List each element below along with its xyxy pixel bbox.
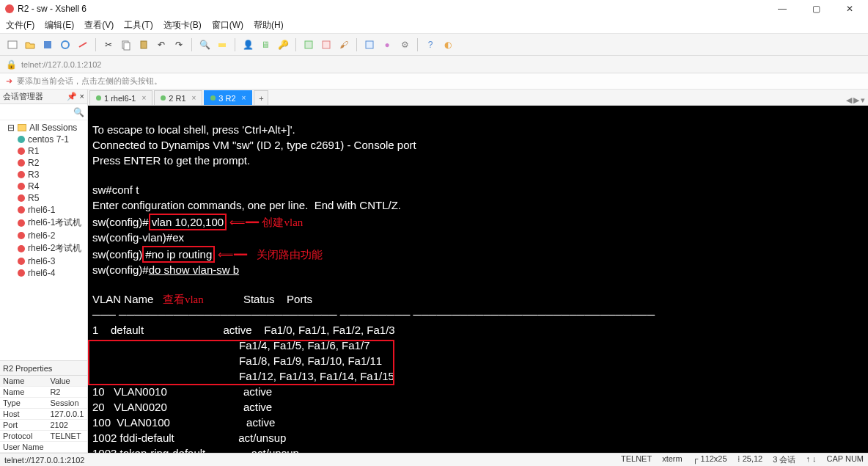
toolbar-separator	[295, 38, 296, 51]
session-item[interactable]: rhel6-4	[3, 267, 84, 279]
tab-close-icon[interactable]: ×	[141, 94, 146, 102]
collapse-icon[interactable]: ⊟	[7, 123, 15, 133]
connect-icon[interactable]	[76, 38, 89, 51]
session-label: rhel6-2考试机	[28, 242, 81, 255]
prop-name: User Name	[0, 442, 47, 453]
session-item[interactable]: R5	[3, 192, 84, 204]
tab-add[interactable]: +	[254, 90, 268, 105]
terminal[interactable]: To escape to local shell, press 'Ctrl+Al…	[88, 106, 868, 453]
tab-next-icon[interactable]: ▶	[853, 95, 859, 105]
menu-tools[interactable]: 工具(T)	[124, 19, 152, 32]
menu-view[interactable]: 查看(V)	[84, 19, 114, 32]
session-status-icon	[18, 258, 25, 265]
redo-icon[interactable]: ↷	[172, 38, 185, 51]
session-label: rhel6-4	[28, 268, 55, 278]
menu-help[interactable]: 帮助(H)	[254, 19, 284, 32]
tab-label: 2 R1	[169, 94, 185, 103]
menu-file[interactable]: 文件(F)	[6, 19, 34, 32]
tab[interactable]: 2 R1×	[154, 90, 202, 105]
tab-close-icon[interactable]: ×	[242, 94, 246, 102]
brush-icon[interactable]: 🖌	[337, 38, 350, 51]
prop-value: Session	[47, 398, 87, 409]
search-icon[interactable]: 🔍	[73, 107, 84, 117]
session-item[interactable]: R1	[3, 145, 84, 157]
session-item[interactable]: R3	[3, 169, 84, 181]
session-item[interactable]: rhel6-2考试机	[3, 241, 84, 255]
prop-name: Type	[0, 398, 47, 409]
session-item[interactable]: rhel6-3	[3, 255, 84, 267]
open-icon[interactable]	[23, 38, 37, 51]
session-item[interactable]: R4	[3, 181, 84, 192]
copy-icon[interactable]	[119, 38, 133, 51]
save-icon[interactable]	[41, 38, 54, 51]
status-bar: telnet://127.0.0.1:2102 TELNET xterm ┌ 1…	[0, 453, 868, 466]
search-input[interactable]	[3, 108, 73, 117]
tab-nav: ◀ ▶ ▾	[846, 95, 868, 105]
highlight-icon[interactable]	[216, 38, 229, 51]
color-icon[interactable]: ●	[380, 38, 394, 51]
script-icon[interactable]	[302, 38, 315, 51]
term-line: sw(config)#do show vlan-sw b	[92, 263, 239, 276]
session-label: rhel6-1	[28, 205, 55, 215]
tab-prev-icon[interactable]: ◀	[846, 95, 852, 105]
paste-icon[interactable]	[137, 38, 150, 51]
session-panel-title: 会话管理器	[3, 91, 43, 102]
toolbar: ✂ ↶ ↷ 🔍 👤 🖥 🔑 🖌 ● ⚙ ? ◐	[0, 34, 868, 56]
minimize-button[interactable]: —	[773, 2, 792, 15]
main-area: 会话管理器 📌× 🔍 ⊟ All Sessions centos 7-1R1R2…	[0, 90, 868, 453]
root-label: All Sessions	[29, 123, 77, 133]
session-label: R5	[28, 193, 39, 203]
annotation-disable-routing: 关闭路由功能	[257, 249, 323, 261]
refresh-icon[interactable]	[59, 38, 72, 51]
new-session-icon[interactable]	[6, 38, 19, 51]
session-item[interactable]: centos 7-1	[3, 134, 84, 145]
svg-rect-6	[141, 41, 147, 48]
undo-icon[interactable]: ↶	[155, 38, 168, 51]
tab-status-icon	[161, 95, 166, 101]
pin-icon[interactable]: 📌	[67, 92, 77, 101]
tab-menu-icon[interactable]: ▾	[861, 95, 865, 105]
close-panel-icon[interactable]: ×	[80, 92, 84, 101]
key-icon[interactable]: 🔑	[276, 38, 290, 51]
session-item[interactable]: rhel6-1考试机	[3, 216, 84, 230]
session-item[interactable]: R2	[3, 157, 84, 169]
tree-root[interactable]: ⊟ All Sessions	[3, 122, 84, 134]
session-item[interactable]: rhel6-2	[3, 230, 84, 241]
menu-tab[interactable]: 选项卡(B)	[163, 19, 202, 32]
tab[interactable]: 1 rhel6-1×	[89, 90, 152, 105]
help-icon[interactable]: ?	[424, 38, 437, 51]
log-icon[interactable]	[320, 38, 333, 51]
menu-window[interactable]: 窗口(W)	[212, 19, 243, 32]
term-line: sw(config-vlan)#ex	[92, 231, 184, 244]
term-line: 1 default active Fa1/0, Fa1/1, Fa1/2, Fa…	[92, 324, 395, 336]
term-line: Connected to Dynamips VM "sw" (ID 2, typ…	[92, 139, 416, 151]
session-label: R3	[28, 170, 39, 180]
title-bar: R2 - sw - Xshell 6 — ▢ ✕	[0, 0, 868, 18]
about-icon[interactable]: ◐	[441, 38, 455, 51]
menu-edit[interactable]: 编辑(E)	[45, 19, 74, 32]
session-status-icon	[18, 136, 25, 143]
prop-value: 2102	[47, 420, 87, 431]
cut-icon[interactable]: ✂	[102, 38, 115, 51]
term-line: 1003 token-ring-default act/unsup	[92, 447, 299, 453]
address-text[interactable]: telnet://127.0.0.1:2102	[21, 60, 101, 69]
find-icon[interactable]: 🔍	[198, 38, 211, 51]
status-address: telnet://127.0.0.1:2102	[4, 456, 84, 465]
props-row: Port2102	[0, 420, 87, 431]
session-item[interactable]: rhel6-1	[3, 204, 84, 216]
prop-name: Port	[0, 420, 47, 431]
close-button[interactable]: ✕	[840, 2, 859, 15]
host-icon[interactable]: 🖥	[259, 38, 272, 51]
annotation-view-vlan: 查看vlan	[163, 294, 204, 305]
term-line: 10 VLAN0010 active	[92, 385, 272, 398]
tab[interactable]: 3 R2×	[204, 90, 252, 105]
font-icon[interactable]	[363, 38, 376, 51]
tab-status-icon	[96, 95, 101, 101]
maximize-button[interactable]: ▢	[806, 2, 825, 15]
tab-close-icon[interactable]: ×	[192, 94, 196, 102]
status-size: ┌ 112x25	[693, 454, 727, 465]
settings-icon[interactable]: ⚙	[398, 38, 411, 51]
session-status-icon	[18, 148, 25, 155]
term-line: 100 VLAN0100 active	[92, 416, 275, 429]
user-icon[interactable]: 👤	[241, 38, 254, 51]
